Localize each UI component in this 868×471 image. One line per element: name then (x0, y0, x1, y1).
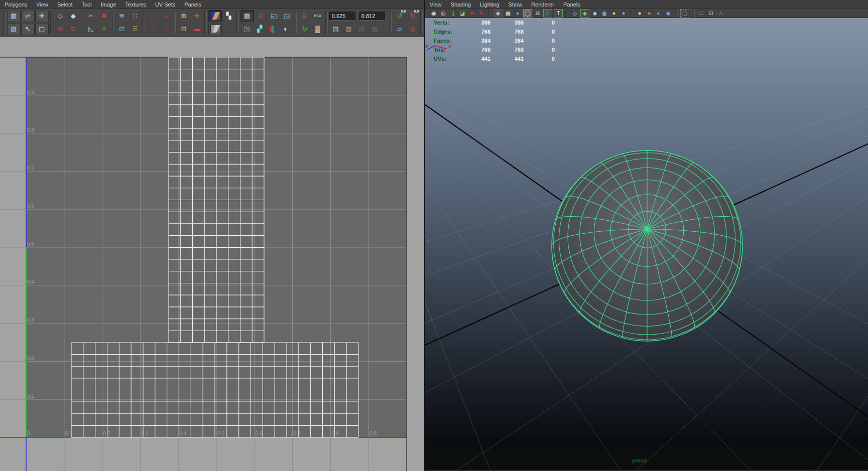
shadows-icon[interactable]: ● (619, 10, 628, 17)
menu-textures[interactable]: Textures (120, 1, 151, 8)
display-rgb-channels-button[interactable] (267, 24, 279, 35)
rotate-uvs-angle-cw-button[interactable]: 0.0↻ (406, 11, 419, 22)
texture-borders-button[interactable]: ◳ (240, 24, 253, 35)
delete-uv-set-button[interactable]: ▬ (190, 24, 203, 35)
checker-material-icon[interactable]: ◍ (600, 10, 608, 17)
paste-uvs-button[interactable]: ▥ (342, 24, 355, 35)
cycle-uvs-button[interactable]: ◎ (406, 24, 419, 35)
paste-uvs-disabled-button[interactable]: ▥ (368, 24, 381, 35)
layout-uvs-button[interactable]: ≣ (115, 11, 128, 22)
uv-lattice-button[interactable]: ▦ (7, 10, 21, 22)
flip-uvs-button[interactable]: ⇄ (21, 10, 35, 22)
shade-uvs-button[interactable]: ◱ (268, 11, 280, 22)
rotate-uvs-cw-button[interactable]: ↻ (67, 24, 79, 35)
menu-panels[interactable]: Panels (180, 1, 206, 8)
panel-layout-icon[interactable]: ⊡ (707, 10, 715, 17)
use-lights-icon[interactable]: ● (610, 10, 618, 17)
hardware-texturing-icon[interactable]: ∷ (543, 9, 552, 18)
viewport-menu-view[interactable]: View (425, 1, 446, 8)
smooth-shade-icon[interactable]: ● (514, 10, 522, 17)
viewport-menu-renderer[interactable]: Renderer (527, 1, 559, 8)
magnet-snap-button[interactable]: Ω (255, 11, 267, 22)
menu-polygons[interactable]: Polygons (0, 1, 32, 8)
viewport-scene[interactable] (425, 18, 868, 471)
menu-view[interactable]: View (32, 1, 53, 8)
bake-texture-button[interactable]: ⇊ (298, 11, 311, 22)
uv-grid-surface[interactable]: 10.90.80.70.60.50.40.30.20.100.10.20.30.… (0, 37, 424, 471)
menu-uv-sets[interactable]: UV Sets (151, 1, 180, 8)
reduce-texture-button[interactable]: ▓ (311, 24, 324, 35)
white-material-icon[interactable]: ● (636, 10, 644, 17)
move-uv-shell-button[interactable]: ✚ (35, 10, 49, 22)
viewport-menu-panels[interactable]: Panels (559, 1, 585, 8)
align-uvs-down-button[interactable]: ↓ (147, 24, 159, 35)
viewport-menu-show[interactable]: Show (504, 1, 527, 8)
unfold-uvs-button[interactable]: ⊡ (115, 24, 128, 35)
no-texture-icon[interactable]: ⊠ (534, 10, 542, 17)
menu-tool[interactable]: Tool (77, 1, 96, 8)
default-material-icon[interactable]: ◇ (571, 10, 579, 17)
uv-lattice-tool-button[interactable]: ▨ (7, 23, 21, 35)
move-uv-button[interactable]: ✛ (98, 24, 110, 35)
copy-uvs-disabled-button[interactable]: ▤ (355, 24, 368, 35)
u-coordinate-field[interactable] (329, 12, 355, 21)
align-uvs-right-button[interactable]: → (160, 11, 172, 22)
rotate-uvs-ccw-button[interactable]: ↺ (54, 24, 66, 35)
sew-uvs-button[interactable]: ◆ (67, 11, 79, 22)
flat-shade-icon[interactable]: ◯ (523, 9, 532, 18)
rotate-uvs-angle-ccw-button[interactable]: 0.0↺ (393, 11, 406, 22)
texture-view-icon[interactable]: T (554, 9, 563, 18)
viewport-3d-area[interactable]: Verts:3863860Edges:7687680Faces:3843840T… (425, 18, 868, 471)
camera-attributes-icon[interactable]: ◎ (439, 10, 447, 17)
v-coordinate-field[interactable] (359, 12, 385, 21)
xray-mode-icon[interactable]: ◈ (580, 9, 589, 18)
isolate-select-icon[interactable]: ▢ (680, 9, 689, 18)
uv-smudge-tool-button[interactable]: ↖ (21, 23, 35, 35)
rotate-uvs-cw-icon: ↻ (70, 26, 76, 32)
snap-move-icon[interactable]: ✛ (468, 10, 476, 17)
display-distortion-button[interactable]: ◲ (281, 11, 293, 22)
bookmarks-icon[interactable]: ▯ (449, 10, 457, 17)
move-and-sew-uvs-button[interactable]: ◇ (54, 11, 66, 22)
half-shade-icon[interactable]: ◐ (655, 10, 663, 17)
display-image-button[interactable] (208, 10, 222, 22)
menu-image[interactable]: Image (96, 1, 121, 8)
wire-on-shaded-icon[interactable]: ◆ (591, 10, 599, 17)
refresh-texture-icon: ↻ (302, 26, 307, 32)
grid-uvs-button[interactable]: ⊞ (177, 11, 190, 22)
viewport-menu-shading[interactable]: Shading (446, 1, 475, 8)
display-alpha-channel-button[interactable]: ◐ (280, 24, 292, 35)
checker-map-button[interactable]: ▞ (254, 24, 266, 35)
snap-uvs-to-grid-button[interactable]: ∷ (129, 11, 141, 22)
orange-material-icon[interactable]: ● (645, 10, 653, 17)
cut-uvs-button[interactable]: ✂ (85, 11, 97, 22)
grease-pencil-icon[interactable]: ✎ (477, 10, 485, 17)
film-gate-icon[interactable]: ▦ (504, 10, 512, 17)
menu-select[interactable]: Select (53, 1, 77, 8)
refresh-texture-button[interactable]: ↻ (298, 24, 311, 35)
select-camera-icon[interactable]: ◉ (430, 10, 438, 17)
plugin-cube-icon[interactable]: □ (697, 10, 705, 17)
copy-uvs-to-set-button[interactable]: ⊡ (177, 24, 190, 35)
viewport-menu-lighting[interactable]: Lighting (475, 1, 504, 8)
node-graph-icon[interactable]: ∴ (716, 10, 724, 17)
uv-grid-label: 0.3 (27, 318, 34, 323)
select-shell-marquee-button[interactable]: ▢ (35, 23, 49, 35)
wireframe-mode-icon[interactable]: ◈ (493, 9, 503, 18)
image-filter-toggle-button[interactable]: ▚ (222, 11, 235, 22)
align-uvs-up-button[interactable]: ↑ (160, 24, 172, 35)
relax-uvs-button[interactable]: ⠿ (129, 24, 141, 35)
create-uv-set-button[interactable]: ✚ (190, 11, 203, 22)
polygon-sphere[interactable] (552, 150, 742, 341)
dim-image-button[interactable] (208, 23, 222, 35)
blue-cube-icon[interactable]: ◆ (664, 10, 672, 17)
image-plane-icon[interactable]: ◪ (458, 10, 466, 17)
align-uvs-left-button[interactable]: ← (147, 11, 159, 22)
corner-snap-button[interactable]: ◺ (85, 24, 97, 35)
collapse-uvs-button[interactable]: ✖ (98, 11, 110, 22)
flip-u-direction-button[interactable]: ▱ (393, 24, 406, 35)
update-psd-networks-button[interactable]: PSD (311, 11, 324, 22)
pixel-snap-button[interactable]: ▦ (240, 10, 254, 22)
copy-uvs-button[interactable]: ▤ (329, 24, 342, 35)
uv-editor-canvas[interactable]: 10.90.80.70.60.50.40.30.20.100.10.20.30.… (0, 37, 424, 471)
